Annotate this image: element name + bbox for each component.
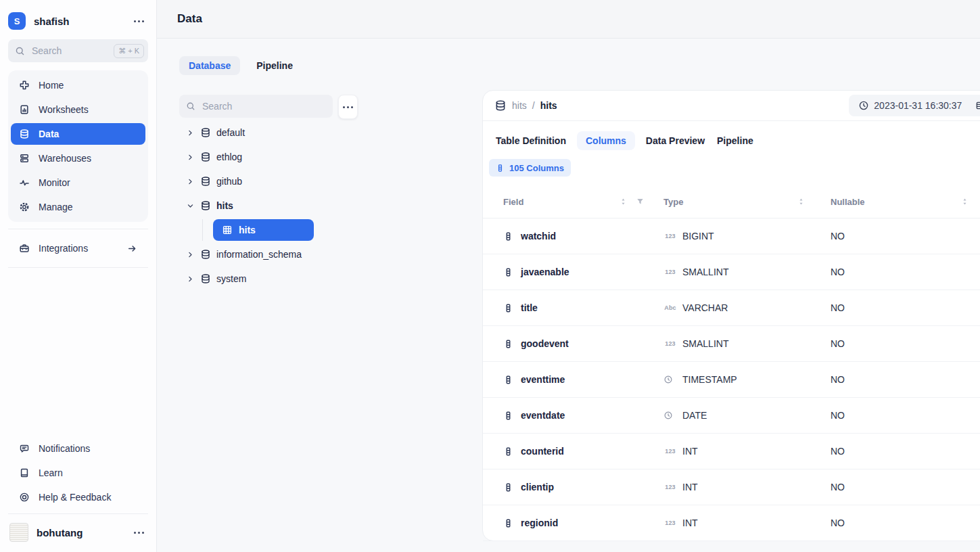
sidebar-item-manage[interactable]: Manage (8, 195, 148, 219)
sidebar-item-notifications[interactable]: Notifications (8, 436, 148, 461)
tree-item-label: hits (239, 225, 256, 235)
tab-table-definition[interactable]: Table Definition (494, 131, 567, 150)
header-nullable[interactable]: Nullable (831, 197, 865, 207)
warehouses-icon (19, 153, 30, 164)
workspace-menu-button[interactable] (130, 16, 148, 26)
sidebar-item-data[interactable]: Data (11, 123, 145, 145)
arrow-right-icon (127, 244, 137, 254)
columns-grid: Field Type Nullable default watchid 123B… (483, 185, 980, 541)
tree-item-hits[interactable]: hits (179, 193, 325, 218)
tree-item-system[interactable]: system (179, 267, 325, 291)
home-icon (19, 80, 30, 91)
database-icon (19, 129, 30, 139)
tab-pipeline[interactable]: Pipeline (716, 131, 755, 150)
database-icon (200, 249, 211, 260)
tree-more-button[interactable] (338, 95, 358, 119)
sort-icon[interactable] (619, 198, 628, 206)
main-area: Data Database Pipeline default (157, 0, 980, 552)
tree-item-information-schema[interactable]: information_schema (179, 242, 325, 267)
type-value: DATE (682, 410, 707, 421)
page-header: Data (157, 0, 980, 39)
sidebar-item-monitor[interactable]: Monitor (8, 170, 148, 195)
table-row[interactable]: title AbcVARCHAR NO "" (483, 290, 980, 326)
workspace-avatar[interactable]: S (8, 12, 26, 30)
breadcrumb: hits / hits (494, 99, 557, 112)
header-type[interactable]: Type (663, 197, 683, 207)
columns-count-badge: 105 Columns (489, 159, 571, 177)
table-row[interactable]: counterid 123INT NO 0 (483, 434, 980, 469)
type-value: VARCHAR (682, 302, 728, 313)
table-row[interactable]: eventdate DATE NO 1970-01-01 (483, 398, 980, 434)
table-row[interactable]: goodevent 123SMALLINT NO 0 (483, 326, 980, 362)
table-row[interactable]: javaenable 123SMALLINT NO 0 (483, 254, 980, 290)
page-title: Data (177, 12, 202, 26)
table-row[interactable]: watchid 123BIGINT NO 0 (483, 218, 980, 254)
sidebar-item-home[interactable]: Home (8, 73, 148, 97)
sidebar-item-warehouses[interactable]: Warehouses (8, 146, 148, 170)
chevron-right-icon[interactable] (186, 129, 195, 137)
ellipsis-icon (339, 102, 357, 112)
nullable-value: NO (831, 446, 845, 457)
tree-item-label: system (216, 273, 246, 284)
user-menu-button[interactable] (130, 528, 148, 538)
numeric-type-icon: 123 (663, 269, 677, 275)
tab-columns[interactable]: Columns (577, 131, 635, 150)
grid-header-row: Field Type Nullable default (483, 185, 980, 218)
app-root: { "colors": {"primary": "#2f6cea", "sele… (0, 0, 980, 552)
column-icon (503, 518, 513, 528)
table-row[interactable]: regionid 123INT NO 0 (483, 505, 980, 541)
breadcrumb-database[interactable]: hits (512, 100, 527, 111)
sidebar-item-integrations[interactable]: Integrations (8, 236, 148, 260)
search-shortcut-badge: ⌘ + K (114, 44, 144, 58)
tree-child-row: hits (179, 218, 325, 242)
nullable-value: NO (831, 267, 845, 277)
column-icon (503, 375, 513, 385)
sidebar-item-help-feedback[interactable]: Help & Feedback (8, 485, 148, 509)
sidebar-footer: Notifications Learn Help & Feedback bohu… (8, 436, 148, 547)
column-icon (503, 411, 513, 421)
table-row[interactable]: eventtime TIMESTAMP NO 1970-01-01 00:00:… (483, 362, 980, 398)
sort-icon[interactable] (797, 198, 806, 206)
nullable-value: NO (831, 338, 845, 349)
field-name: clientip (521, 482, 554, 492)
column-icon (503, 339, 513, 349)
clock-icon (858, 100, 869, 111)
tree-item-github[interactable]: github (179, 169, 325, 193)
divider (8, 267, 148, 268)
filter-icon[interactable] (636, 198, 645, 206)
sidebar-item-worksheets[interactable]: Worksheets (8, 97, 148, 122)
tab-pipeline[interactable]: Pipeline (255, 56, 294, 75)
user-avatar[interactable] (9, 523, 28, 542)
tab-database[interactable]: Database (179, 56, 240, 75)
field-name: eventtime (521, 374, 565, 385)
tree-search[interactable] (179, 95, 333, 118)
tree-item-ethlog[interactable]: ethlog (179, 145, 325, 169)
database-icon (200, 152, 211, 162)
chevron-right-icon[interactable] (186, 275, 195, 283)
global-search[interactable]: ⌘ + K (8, 39, 148, 62)
column-icon (503, 446, 513, 457)
tree-item-default[interactable]: default (179, 120, 325, 145)
chevron-down-icon[interactable] (186, 202, 195, 210)
tab-data-preview[interactable]: Data Preview (645, 131, 706, 150)
nullable-value: NO (831, 410, 845, 421)
numeric-type-icon: 123 (663, 484, 677, 490)
sidebar-item-label: Home (39, 80, 64, 91)
type-value: SMALLINT (682, 267, 728, 277)
header-field[interactable]: Field (503, 197, 523, 207)
tree-item-label: default (216, 127, 245, 138)
tree-search-input[interactable] (201, 100, 326, 112)
sort-icon[interactable] (960, 198, 969, 206)
table-row[interactable]: clientip 123INT NO 0 (483, 469, 980, 505)
chevron-right-icon[interactable] (186, 250, 195, 259)
tree-item-hits-table-selected[interactable]: hits (213, 219, 314, 241)
column-icon (503, 267, 513, 277)
numeric-type-icon: 123 (663, 233, 677, 239)
field-name: eventdate (521, 410, 565, 421)
search-icon (15, 46, 25, 56)
chevron-right-icon[interactable] (186, 153, 195, 162)
chevron-right-icon[interactable] (186, 177, 195, 186)
timestamp-type-icon (663, 375, 677, 384)
global-search-input[interactable] (30, 45, 108, 57)
sidebar-item-learn[interactable]: Learn (8, 461, 148, 485)
